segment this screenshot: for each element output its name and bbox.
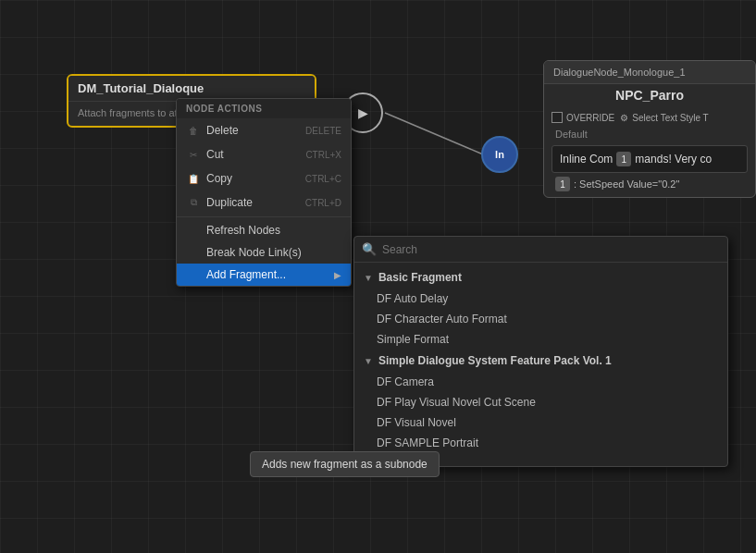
- delete-label: Delete: [206, 124, 239, 137]
- break-label: Break Node Link(s): [206, 246, 302, 259]
- menu-item-cut[interactable]: ✂ Cut CTRL+X: [177, 142, 351, 166]
- inline-content: Inline Com 1 mands! Very co: [560, 152, 739, 166]
- line-row: 1 : SetSpeed Value="0.2": [552, 177, 748, 191]
- cut-label: Cut: [206, 148, 224, 161]
- submenu-item-simple-format[interactable]: Simple Format: [354, 329, 727, 350]
- node-dm-title: DM_Tutorial_Dialoque: [78, 81, 204, 95]
- submenu-panel: 🔍 ▼ Basic Fragment DF Auto Delay DF Char…: [353, 236, 728, 467]
- in-circle: In: [481, 136, 518, 173]
- menu-item-delete[interactable]: 🗑 Delete DELETE: [177, 118, 351, 142]
- node-right-default: Default: [552, 127, 748, 141]
- menu-item-add-fragment[interactable]: Add Fragment... ▶: [177, 264, 351, 286]
- override-checkbox[interactable]: [552, 112, 563, 123]
- divider-1: [177, 216, 351, 217]
- add-fragment-label: Add Fragment...: [206, 268, 286, 281]
- cut-shortcut: CTRL+X: [305, 150, 341, 160]
- delete-shortcut: DELETE: [305, 126, 341, 136]
- override-row: OVERRIDE ⚙ Select Text Style T: [552, 112, 748, 123]
- copy-shortcut: CTRL+C: [305, 174, 341, 184]
- submenu-item-vn[interactable]: DF Visual Novel: [354, 412, 727, 433]
- delete-icon: 🗑: [186, 123, 201, 138]
- menu-item-duplicate[interactable]: ⧉ Duplicate CTRL+D: [177, 190, 351, 215]
- tooltip: Adds new fragment as a subnode: [250, 451, 440, 477]
- duplicate-shortcut: CTRL+D: [305, 198, 341, 208]
- copy-icon: 📋: [186, 171, 201, 186]
- submenu-item-sample-portrait[interactable]: DF SAMPLE Portrait: [354, 433, 727, 453]
- context-menu-header: NODE ACTIONS: [177, 99, 351, 118]
- duplicate-icon: ⧉: [186, 195, 201, 210]
- submenu-item-auto-delay[interactable]: DF Auto Delay: [354, 289, 727, 309]
- node-in[interactable]: In: [481, 136, 518, 173]
- menu-item-refresh[interactable]: Refresh Nodes: [177, 219, 351, 241]
- search-icon: 🔍: [362, 242, 377, 256]
- node-right-dialogue[interactable]: DialogueNode_Monologue_1 NPC_Parro OVERR…: [543, 60, 756, 198]
- inline-badge: 1: [616, 152, 631, 166]
- category-arrow-icon-2: ▼: [364, 356, 373, 366]
- menu-item-copy[interactable]: 📋 Copy CTRL+C: [177, 166, 351, 190]
- node-right-header: DialogueNode_Monologue_1: [544, 61, 755, 84]
- category-arrow-icon: ▼: [364, 273, 373, 283]
- node-right-body: OVERRIDE ⚙ Select Text Style T Default I…: [544, 106, 755, 197]
- submenu-item-char-auto-format[interactable]: DF Character Auto Format: [354, 309, 727, 329]
- submenu-search-bar[interactable]: 🔍: [354, 237, 727, 263]
- duplicate-label: Duplicate: [206, 196, 253, 209]
- submenu-list: ▼ Basic Fragment DF Auto Delay DF Charac…: [354, 263, 727, 466]
- node-right-title: NPC_Parro: [544, 84, 755, 106]
- submenu-category-basic: ▼ Basic Fragment: [354, 266, 727, 289]
- cut-icon: ✂: [186, 147, 201, 162]
- submenu-category-feature-pack: ▼ Simple Dialogue System Feature Pack Vo…: [354, 350, 727, 372]
- context-menu: NODE ACTIONS 🗑 Delete DELETE ✂ Cut CTRL+…: [176, 98, 352, 287]
- search-input[interactable]: [382, 243, 720, 256]
- override-icon: ⚙: [620, 113, 628, 123]
- node-right-content-box: Inline Com 1 mands! Very co: [552, 145, 748, 173]
- copy-label: Copy: [206, 172, 232, 185]
- submenu-item-camera[interactable]: DF Camera: [354, 372, 727, 392]
- line-num-badge: 1: [555, 177, 570, 191]
- submenu-arrow-icon: ▶: [334, 270, 341, 280]
- refresh-label: Refresh Nodes: [206, 224, 280, 237]
- submenu-item-vn-cut[interactable]: DF Play Visual Novel Cut Scene: [354, 392, 727, 412]
- menu-item-break[interactable]: Break Node Link(s): [177, 241, 351, 264]
